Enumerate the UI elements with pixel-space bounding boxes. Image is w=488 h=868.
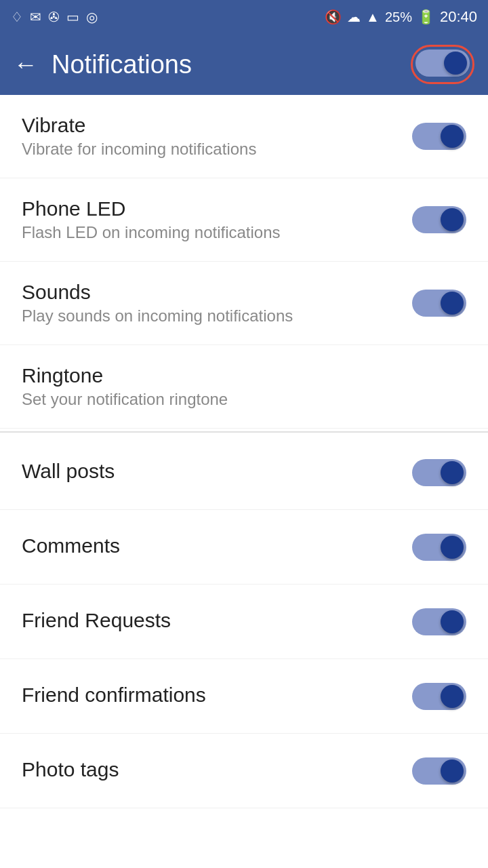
mute-icon: 🔇 xyxy=(325,9,342,25)
setting-vibrate-subtitle: Vibrate for incoming notifications xyxy=(22,140,412,159)
setting-friend-confirmations-title: Friend confirmations xyxy=(22,684,412,707)
settings-list: Vibrate Vibrate for incoming notificatio… xyxy=(0,95,488,808)
comments-toggle-knob xyxy=(441,536,464,559)
setting-photo-tags[interactable]: Photo tags xyxy=(0,734,488,808)
setting-friend-confirmations-text: Friend confirmations xyxy=(22,684,412,709)
setting-phone-led-title: Phone LED xyxy=(22,197,412,220)
setting-vibrate[interactable]: Vibrate Vibrate for incoming notificatio… xyxy=(0,95,488,178)
battery-level: 25% xyxy=(385,9,412,25)
setting-phone-led-text: Phone LED Flash LED on incoming notifica… xyxy=(22,197,412,242)
toolbar-left: ← Notifications xyxy=(14,50,192,79)
signal-icon: ▲ xyxy=(366,9,380,25)
setting-ringtone-title: Ringtone xyxy=(22,364,466,387)
setting-friend-requests-text: Friend Requests xyxy=(22,609,412,635)
setting-ringtone[interactable]: Ringtone Set your notification ringtone xyxy=(0,345,488,429)
setting-sounds-subtitle: Play sounds on incoming notifications xyxy=(22,307,412,326)
network-icon: ◎ xyxy=(86,9,98,25)
setting-wall-posts-text: Wall posts xyxy=(22,460,412,486)
setting-ringtone-text: Ringtone Set your notification ringtone xyxy=(22,364,466,409)
setting-wall-posts[interactable]: Wall posts xyxy=(0,435,488,510)
master-toggle[interactable] xyxy=(415,50,470,77)
master-toggle-wrapper[interactable] xyxy=(411,45,474,84)
setting-sounds[interactable]: Sounds Play sounds on incoming notificat… xyxy=(0,262,488,345)
friend-requests-toggle[interactable] xyxy=(412,608,466,635)
setting-phone-led[interactable]: Phone LED Flash LED on incoming notifica… xyxy=(0,178,488,262)
clock: 20:40 xyxy=(440,8,477,26)
photo-tags-toggle[interactable] xyxy=(412,757,466,785)
setting-comments-title: Comments xyxy=(22,534,412,557)
setting-phone-led-subtitle: Flash LED on incoming notifications xyxy=(22,223,412,242)
setting-vibrate-title: Vibrate xyxy=(22,114,412,137)
wall-posts-toggle-knob xyxy=(441,461,464,484)
sounds-toggle-knob xyxy=(441,292,464,315)
status-bar-left-icons: ♢ ✉ ✇ ▭ ◎ xyxy=(11,9,98,25)
phone-led-toggle-knob xyxy=(441,208,464,231)
setting-photo-tags-title: Photo tags xyxy=(22,758,412,781)
status-bar-right: 🔇 ☁ ▲ 25% 🔋 20:40 xyxy=(325,8,477,26)
comments-toggle[interactable] xyxy=(412,534,466,561)
phone-led-toggle[interactable] xyxy=(412,206,466,233)
setting-vibrate-text: Vibrate Vibrate for incoming notificatio… xyxy=(22,114,412,159)
setting-friend-requests[interactable]: Friend Requests xyxy=(0,585,488,659)
friend-requests-toggle-knob xyxy=(441,610,464,633)
setting-comments[interactable]: Comments xyxy=(0,510,488,585)
wall-posts-toggle[interactable] xyxy=(412,459,466,486)
setting-friend-confirmations[interactable]: Friend confirmations xyxy=(0,659,488,734)
back-button[interactable]: ← xyxy=(14,50,38,79)
image-icon: ✇ xyxy=(48,9,60,25)
sounds-toggle[interactable] xyxy=(412,290,466,317)
section-divider xyxy=(0,431,488,433)
setting-comments-text: Comments xyxy=(22,534,412,560)
friend-confirmations-toggle-knob xyxy=(441,685,464,708)
setting-sounds-text: Sounds Play sounds on incoming notificat… xyxy=(22,281,412,326)
tablet-icon: ▭ xyxy=(66,9,79,25)
page-title: Notifications xyxy=(52,50,192,79)
email-icon: ✉ xyxy=(30,9,41,25)
status-bar: ♢ ✉ ✇ ▭ ◎ 🔇 ☁ ▲ 25% 🔋 20:40 xyxy=(0,0,488,34)
wifi-icon: ☁ xyxy=(347,9,361,25)
setting-sounds-title: Sounds xyxy=(22,281,412,304)
pinterest-icon: ♢ xyxy=(11,9,23,25)
friend-confirmations-toggle[interactable] xyxy=(412,683,466,710)
master-toggle-knob xyxy=(444,52,467,75)
battery-icon: 🔋 xyxy=(418,9,434,25)
toolbar: ← Notifications xyxy=(0,34,488,95)
setting-ringtone-subtitle: Set your notification ringtone xyxy=(22,390,466,409)
setting-wall-posts-title: Wall posts xyxy=(22,460,412,483)
setting-photo-tags-text: Photo tags xyxy=(22,758,412,784)
setting-friend-requests-title: Friend Requests xyxy=(22,609,412,632)
vibrate-toggle-knob xyxy=(441,125,464,148)
photo-tags-toggle-knob xyxy=(441,760,464,783)
vibrate-toggle[interactable] xyxy=(412,123,466,150)
